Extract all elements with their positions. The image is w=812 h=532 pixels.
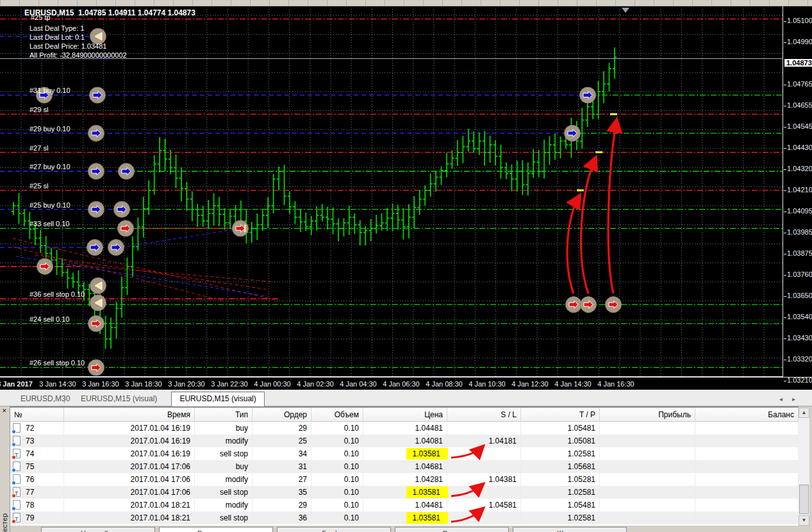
chart-tab[interactable]: EURUSD,M15 (visual) bbox=[73, 392, 165, 406]
table-cell: 36 bbox=[253, 511, 311, 524]
price-tick-label: 1.03430 bbox=[787, 334, 812, 342]
time-axis[interactable]: 3 Jan 20173 Jan 14:303 Jan 16:303 Jan 18… bbox=[0, 377, 812, 390]
tester-tab[interactable]: Отчет bbox=[395, 527, 509, 532]
table-scrollbar[interactable]: ▲ ▼ bbox=[799, 408, 809, 526]
row-id-cell: 73 bbox=[10, 435, 64, 447]
table-cell: modify bbox=[195, 473, 253, 486]
table-cell: 2017.01.04 16:19 bbox=[64, 422, 195, 435]
table-row[interactable]: T742017.01.04 16:19sell stop340.101.0358… bbox=[10, 447, 799, 460]
table-cell: buy bbox=[195, 460, 253, 473]
price-tick-label: 1.04545 bbox=[787, 122, 812, 130]
price-tick-label: 1.03760 bbox=[787, 270, 812, 278]
order-tp-label: #25 tp bbox=[31, 13, 51, 21]
column-header[interactable]: Баланс bbox=[695, 408, 799, 422]
pending-order-icon: T bbox=[13, 449, 21, 458]
table-cell: modify bbox=[195, 499, 253, 511]
tab-scroll-left-icon[interactable]: ◂ bbox=[779, 395, 783, 403]
table-cell bbox=[695, 486, 799, 499]
column-header[interactable]: № bbox=[10, 408, 64, 422]
price-tick-label: 1.03540 bbox=[787, 313, 812, 320]
chart-panel[interactable]: EURUSD,M15 1.04785 1.04911 1.04774 1.048… bbox=[0, 6, 783, 377]
column-header[interactable]: Прибыль bbox=[600, 408, 695, 422]
row-number: 76 bbox=[26, 473, 34, 486]
trade-marker bbox=[87, 240, 103, 256]
column-header[interactable]: S / L bbox=[447, 408, 521, 422]
column-header[interactable]: Тип bbox=[195, 408, 253, 422]
table-cell bbox=[447, 486, 521, 499]
table-row[interactable]: 782017.01.04 18:21modify290.101.044811.0… bbox=[10, 499, 799, 511]
table-cell: 29 bbox=[253, 499, 311, 511]
pending-order-icon: T bbox=[13, 513, 21, 522]
trade-marker bbox=[37, 258, 53, 274]
table-cell: 1.05681 bbox=[521, 460, 600, 473]
highlighted-price: 1.03581 bbox=[406, 512, 448, 524]
tester-tab[interactable]: Настройки bbox=[41, 527, 155, 532]
row-number: 72 bbox=[26, 422, 34, 435]
deal-icon bbox=[13, 423, 21, 433]
table-row[interactable]: 762017.01.04 17:06modify270.101.042811.0… bbox=[10, 473, 799, 486]
info-line: Last Deal Lot: 0.1 bbox=[29, 33, 127, 42]
table-row[interactable]: 752017.01.04 17:06buy310.101.046811.0568… bbox=[10, 460, 799, 473]
table-cell: 31 bbox=[253, 460, 311, 473]
table-cell: 1.05081 bbox=[521, 435, 600, 447]
tester-tab[interactable]: График bbox=[277, 527, 391, 532]
row-id-cell: 75 bbox=[10, 460, 64, 473]
current-bar-pointer bbox=[622, 8, 629, 13]
annotation-arrows bbox=[567, 121, 617, 294]
table-cell: 2017.01.04 18:21 bbox=[64, 499, 195, 511]
table-cell: 1.02581 bbox=[521, 447, 600, 460]
row-id-cell: 72 bbox=[10, 422, 64, 435]
price-tick-label: 1.04430 bbox=[787, 144, 812, 151]
price-tick-label: 1.04095 bbox=[787, 207, 812, 215]
time-tick-label: 4 Jan 02:30 bbox=[297, 380, 334, 388]
table-row[interactable]: T772017.01.04 17:06sell stop350.101.0358… bbox=[10, 486, 799, 499]
tester-tab[interactable]: Результаты bbox=[159, 527, 273, 532]
time-tick-label: 3 Jan 20:30 bbox=[168, 380, 205, 388]
order-label: #29 buy 0.10 bbox=[29, 125, 70, 133]
table-cell bbox=[695, 499, 799, 511]
chart-tab[interactable]: EURUSD,M15 (visual) bbox=[171, 392, 264, 406]
tester-panel-label: Тестер bbox=[1, 513, 8, 532]
table-cell bbox=[695, 422, 799, 435]
table-cell: 0.10 bbox=[311, 499, 363, 511]
info-line: Last Deal Type: 1 bbox=[29, 24, 127, 33]
column-header[interactable]: Время bbox=[64, 408, 195, 422]
column-header[interactable]: Цена bbox=[363, 408, 447, 422]
row-id-cell: 78 bbox=[10, 499, 64, 511]
price-tick-label: 1.04765 bbox=[787, 80, 812, 88]
table-cell: 0.10 bbox=[311, 460, 363, 473]
table-cell: 0.10 bbox=[311, 486, 363, 499]
chart-tab[interactable]: EURUSD,M30 bbox=[13, 392, 78, 406]
tab-scroll-right-icon[interactable]: ▸ bbox=[792, 395, 795, 403]
price-axis[interactable]: 1.051001.049901.048731.047651.046551.045… bbox=[783, 6, 812, 377]
table-cell: 0.10 bbox=[311, 447, 363, 460]
scroll-down-icon[interactable]: ▼ bbox=[799, 515, 809, 526]
row-number: 78 bbox=[26, 499, 34, 511]
table-cell: 25 bbox=[253, 435, 311, 447]
row-number: 77 bbox=[26, 486, 34, 499]
order-label: #26 sell stop 0.10 bbox=[29, 359, 85, 367]
scrollbar-thumb[interactable] bbox=[799, 485, 809, 514]
table-row[interactable]: 722017.01.04 16:19buy290.101.044811.0548… bbox=[10, 422, 799, 435]
column-header[interactable]: Ордер bbox=[253, 408, 311, 422]
table-cell bbox=[447, 447, 521, 460]
trade-marker bbox=[606, 297, 622, 313]
table-row[interactable]: 732017.01.04 16:19modify250.101.040811.0… bbox=[10, 435, 799, 447]
results-table-header[interactable]: №ВремяТипОрдерОбъемЦенаS / LT / PПрибыль… bbox=[10, 408, 799, 422]
column-header[interactable]: T / P bbox=[521, 408, 600, 422]
window-top-edge bbox=[0, 0, 812, 6]
table-row[interactable]: T792017.01.04 18:21sell stop360.101.0358… bbox=[10, 511, 799, 524]
tester-tab[interactable]: Журнал bbox=[513, 527, 627, 532]
table-cell: 1.04281 bbox=[363, 473, 447, 486]
trade-marker bbox=[114, 201, 130, 217]
trade-marker bbox=[580, 87, 596, 103]
row-number: 75 bbox=[26, 460, 34, 473]
scroll-up-icon[interactable]: ▲ bbox=[799, 408, 809, 418]
trade-marker bbox=[90, 87, 106, 103]
close-icon[interactable]: ✕ bbox=[2, 408, 7, 414]
chart-canvas bbox=[0, 6, 783, 377]
table-cell: 0.10 bbox=[311, 435, 363, 447]
column-header[interactable]: Объем bbox=[311, 408, 363, 422]
table-cell: 1.04181 bbox=[447, 435, 521, 447]
row-number: 73 bbox=[26, 435, 34, 447]
